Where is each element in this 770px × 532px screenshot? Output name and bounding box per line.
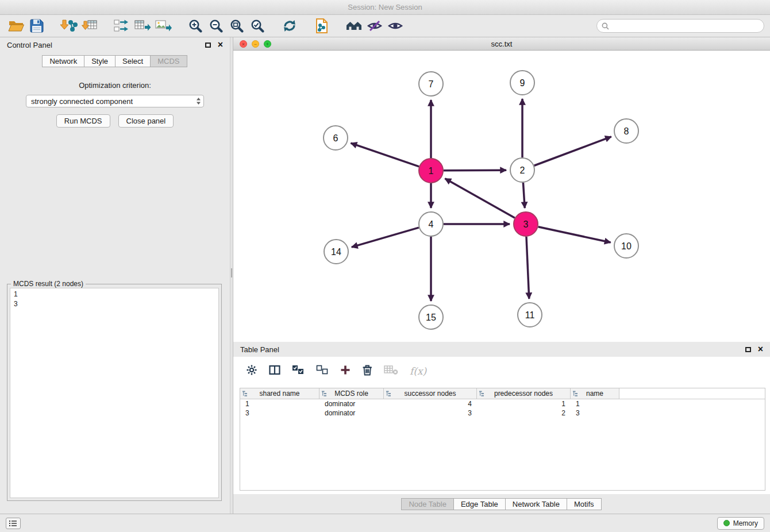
show-all-button[interactable]	[385, 17, 406, 35]
delete-column-button[interactable]	[362, 364, 372, 378]
close-window-light[interactable]: ×	[240, 40, 247, 48]
plus-icon	[340, 365, 351, 375]
select-all-button[interactable]	[292, 365, 305, 377]
folder-open-icon	[8, 19, 24, 33]
refresh-button[interactable]	[279, 17, 300, 35]
export-image-button[interactable]	[153, 17, 174, 35]
network-window-titlebar[interactable]: scc.txt × − +	[233, 37, 770, 51]
export-table-button[interactable]	[132, 17, 153, 35]
graph-node-2[interactable]: 2	[510, 158, 534, 182]
zoom-out-button[interactable]	[206, 17, 226, 35]
search-input[interactable]	[612, 22, 759, 30]
column-header-mcds-role[interactable]: MCDS role	[319, 388, 384, 399]
graph-edge-3-1[interactable]	[445, 179, 514, 218]
column-header-successor-nodes[interactable]: successor nodes	[384, 388, 477, 399]
table-row[interactable]: 1 dominator 4 1 1	[240, 399, 765, 408]
run-mcds-button[interactable]: Run MCDS	[56, 114, 110, 128]
close-panel-icon[interactable]: ×	[218, 40, 223, 49]
window-titlebar: Session: New Session	[0, 0, 770, 15]
graph-edge-3-10[interactable]	[538, 227, 610, 242]
column-header-name[interactable]: name	[571, 388, 619, 399]
graph-node-11[interactable]: 11	[518, 303, 542, 327]
import-table-button[interactable]	[79, 17, 100, 35]
search-field[interactable]	[596, 19, 764, 33]
gear-icon	[246, 364, 257, 376]
zoom-selected-icon	[251, 19, 264, 33]
graph-edge-2-3[interactable]	[523, 183, 525, 208]
graph-node-7[interactable]: 7	[419, 72, 443, 96]
eye-icon	[387, 20, 403, 32]
column-header-shared-name[interactable]: shared name	[240, 388, 319, 399]
mcds-result-legend: MCDS result (2 nodes)	[11, 280, 86, 288]
tab-motifs[interactable]: Motifs	[567, 498, 602, 510]
close-table-panel-icon[interactable]: ×	[758, 345, 763, 354]
tab-mcds[interactable]: MCDS	[150, 55, 187, 67]
neighbors-button[interactable]	[344, 17, 364, 35]
new-network-from-selection-button[interactable]	[311, 17, 332, 35]
graph-node-4[interactable]: 4	[419, 212, 443, 236]
deselect-all-button[interactable]	[316, 365, 329, 377]
network-view-window: scc.txt × − + 7968124314101511	[233, 37, 770, 342]
svg-text:14: 14	[331, 247, 341, 257]
table-settings-button[interactable]	[246, 364, 257, 378]
tab-edge-table[interactable]: Edge Table	[453, 498, 506, 510]
open-session-button[interactable]	[6, 17, 26, 35]
mcds-result-list[interactable]: 1 3	[10, 288, 219, 498]
delete-table-button[interactable]	[384, 365, 398, 377]
graph-node-1[interactable]: 1	[419, 159, 443, 183]
close-panel-button[interactable]: Close panel	[118, 114, 174, 128]
table-panel: Table Panel ×	[233, 342, 770, 514]
zoom-window-light[interactable]: +	[264, 40, 271, 48]
function-builder-button[interactable]: f(x)	[410, 365, 426, 377]
cell-successor-nodes: 4	[384, 400, 477, 408]
tab-network[interactable]: Network	[42, 55, 84, 67]
import-network-button[interactable]	[59, 17, 79, 35]
zoom-in-button[interactable]	[185, 17, 206, 35]
graph-node-8[interactable]: 8	[614, 119, 638, 143]
graph-node-15[interactable]: 15	[419, 305, 443, 329]
graph-edge-4-14[interactable]	[352, 228, 419, 247]
refresh-icon	[282, 19, 297, 33]
graph-node-9[interactable]: 9	[510, 71, 534, 95]
graph-edge-1-6[interactable]	[351, 143, 419, 167]
export-network-button[interactable]	[111, 17, 132, 35]
graph-node-10[interactable]: 10	[614, 234, 638, 258]
control-panel: Control Panel × Network Style Select MCD…	[0, 37, 230, 514]
minimize-window-light[interactable]: −	[252, 40, 259, 48]
export-image-icon	[155, 18, 172, 33]
tab-select[interactable]: Select	[115, 55, 151, 67]
float-table-panel-icon[interactable]	[745, 347, 751, 352]
tab-node-table[interactable]: Node Table	[401, 498, 454, 510]
graph-edge-3-11[interactable]	[526, 237, 529, 299]
graph-node-14[interactable]: 14	[324, 240, 348, 264]
graph-node-6[interactable]: 6	[324, 126, 348, 150]
import-table-icon	[82, 18, 98, 33]
add-column-button[interactable]	[340, 365, 351, 377]
graph-node-3[interactable]: 3	[514, 212, 538, 236]
column-header-predecessor-nodes[interactable]: predecessor nodes	[477, 388, 571, 399]
mcds-result-group: MCDS result (2 nodes) 1 3	[7, 284, 222, 501]
save-session-button[interactable]	[26, 17, 47, 35]
network-canvas[interactable]: 7968124314101511	[233, 51, 770, 342]
tab-network-table[interactable]: Network Table	[505, 498, 567, 510]
criterion-selected-value: strongly connected component	[31, 97, 133, 106]
hierarchy-icon	[322, 391, 328, 397]
floppy-disk-icon	[29, 18, 44, 33]
hide-selected-button[interactable]	[364, 17, 385, 35]
network-window-title: scc.txt	[233, 40, 770, 48]
zoom-selected-button[interactable]	[247, 17, 268, 35]
criterion-select[interactable]: strongly connected component	[26, 95, 204, 107]
float-panel-icon[interactable]	[205, 43, 211, 48]
table-row[interactable]: 3 dominator 3 2 3	[240, 408, 765, 418]
column-layout-button[interactable]	[269, 365, 280, 377]
zoom-fit-button[interactable]	[226, 17, 247, 35]
unchecked-boxes-icon	[316, 365, 329, 375]
trash-icon	[362, 364, 372, 376]
task-history-button[interactable]	[6, 518, 21, 529]
hierarchy-icon	[242, 391, 248, 397]
memory-button[interactable]: Memory	[717, 517, 764, 530]
graph-edge-2-8[interactable]	[534, 137, 611, 165]
graph-edge-1-2[interactable]	[444, 170, 506, 171]
svg-text:2: 2	[520, 165, 525, 175]
tab-style[interactable]: Style	[84, 55, 116, 67]
